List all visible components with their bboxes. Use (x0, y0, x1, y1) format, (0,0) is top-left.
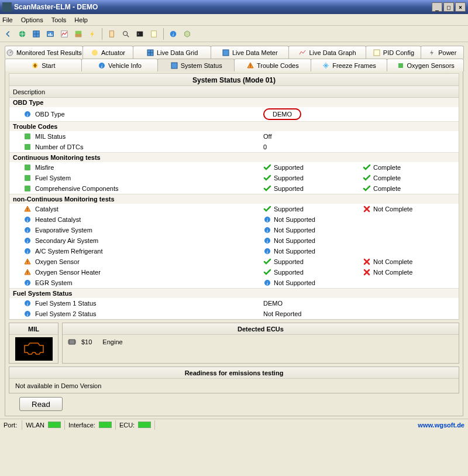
svg-rect-32 (25, 186, 30, 191)
grid-category: non-Continuous Monitoring tests (9, 194, 459, 204)
readiness-panel: Readiness for emissions testing Not avai… (9, 367, 459, 393)
tab-vehicle-info[interactable]: iVehicle Info (81, 59, 159, 71)
grid-category: Continuous Monitoring tests (9, 152, 459, 162)
svg-rect-19 (374, 50, 380, 56)
value-text: DEMO (263, 300, 283, 307)
status-text: Not Supported (274, 237, 315, 244)
tab-system-status[interactable]: System Status (157, 59, 235, 71)
svg-rect-28 (25, 133, 30, 139)
tab-pid-config[interactable]: PID Config (366, 46, 421, 59)
menu-bar: File Options Tools Help (0, 14, 468, 26)
svg-rect-11 (137, 31, 143, 36)
row-name: EGR System (35, 279, 263, 286)
footer-link[interactable]: www.wgsoft.de (418, 422, 464, 429)
search-icon[interactable] (120, 28, 132, 40)
menu-file[interactable]: File (2, 16, 13, 23)
row-name: A/C System Refrigerant (35, 248, 263, 255)
row-name: Fuel System 2 Status (35, 310, 263, 317)
status-text: Not Supported (274, 227, 315, 234)
info-icon: i (23, 299, 32, 307)
complete-icon (363, 174, 371, 182)
globe-icon[interactable] (16, 28, 28, 40)
svg-rect-5 (51, 34, 53, 36)
info-icon[interactable]: i (167, 28, 179, 40)
status-icon (263, 163, 271, 172)
readiness-body: Not available in Demo Version (9, 379, 459, 393)
grid-row-fs2: i Fuel System 2 Status Not Reported (9, 309, 459, 319)
ecu-address: $10 (81, 338, 92, 345)
ecu-led-icon (138, 422, 151, 428)
grid-icon[interactable] (30, 28, 42, 40)
grid-category: Fuel System Status (9, 288, 459, 298)
tab-freeze-frames[interactable]: Freeze Frames (311, 59, 388, 71)
map-icon[interactable] (73, 28, 84, 40)
menu-help[interactable]: Help (74, 16, 88, 23)
close-button[interactable]: × (455, 2, 466, 12)
svg-text:!: ! (250, 64, 251, 68)
svg-rect-31 (25, 175, 30, 181)
tab-start[interactable]: Start (5, 59, 82, 71)
status-icon: i (263, 247, 271, 255)
status-text: Not Supported (274, 216, 315, 223)
clipboard-icon[interactable] (106, 28, 118, 40)
tab-power[interactable]: Power (421, 46, 464, 59)
grid-row-egr: i EGR System iNot Supported (9, 278, 459, 288)
graph-icon[interactable] (58, 28, 70, 40)
svg-point-16 (92, 50, 98, 56)
grid-row-sas: i Secondary Air System iNot Supported (9, 235, 459, 246)
grid-row-ac: i A/C System Refrigerant iNot Supported (9, 246, 459, 256)
status-icon (263, 174, 271, 182)
wlan-led-icon (48, 422, 61, 428)
row-name: OBD Type (35, 111, 263, 118)
svg-rect-3 (49, 34, 50, 36)
info-icon: i (23, 215, 32, 224)
status-grid: OBD Type i OBD Type DEMO Trouble Codes M… (9, 98, 459, 320)
note-icon[interactable] (148, 28, 160, 40)
row-name: Heated Catalyst (35, 216, 263, 223)
status-text: Supported (274, 258, 304, 265)
svg-rect-29 (25, 144, 30, 150)
window-title: ScanMaster-ELM - DEMO (14, 3, 98, 11)
ecu-row: $10 Engine (63, 335, 459, 349)
tab-actuator[interactable]: Actuator (82, 46, 134, 59)
info-icon: i (23, 110, 32, 118)
warning-icon: ! (23, 205, 32, 213)
status-wlan-label: WLAN (26, 422, 44, 429)
tab-trouble-codes[interactable]: !Trouble Codes (234, 59, 311, 71)
tab-monitored-test-results[interactable]: Monitored Test Results (5, 46, 83, 59)
description-header: Description (9, 86, 459, 98)
grid-row-cat: ! Catalyst Supported Not Complete (9, 204, 459, 214)
info-icon: i (23, 237, 32, 245)
warning-icon: ! (23, 268, 32, 276)
tab-live-data-graph[interactable]: Live Data Graph (288, 46, 367, 59)
svg-rect-25 (398, 63, 403, 68)
tab-live-data-meter[interactable]: Live Data Meter (211, 46, 289, 59)
row-name: Evaporative System (35, 227, 263, 234)
grid-row-fs1: i Fuel System 1 Status DEMO (9, 298, 459, 309)
svg-rect-23 (171, 63, 177, 69)
bolt-icon[interactable] (87, 28, 98, 40)
meter-icon[interactable] (44, 28, 56, 40)
minimize-button[interactable]: _ (432, 2, 442, 12)
maximize-button[interactable]: □ (443, 2, 454, 12)
menu-tools[interactable]: Tools (51, 16, 67, 23)
back-icon[interactable] (2, 28, 14, 40)
terminal-icon[interactable] (134, 28, 146, 40)
complete-icon (363, 205, 371, 213)
tab-live-data-grid[interactable]: Live Data Grid (133, 46, 211, 59)
svg-rect-12 (152, 30, 157, 37)
value-text: Off (263, 133, 271, 140)
complete-icon (363, 184, 371, 193)
tab-oxygen-sensors[interactable]: Oxygen Sensors (387, 59, 464, 71)
read-button[interactable]: Read (19, 397, 63, 411)
row-name: Comprehensive Components (35, 185, 263, 192)
info-icon: i (23, 279, 32, 287)
tabs-row-2: Start iVehicle Info System Status !Troub… (5, 59, 463, 71)
title-bar: ScanMaster-ELM - DEMO _ □ × (0, 0, 468, 14)
status-text: Supported (274, 185, 304, 192)
grid-category: Trouble Codes (9, 121, 459, 131)
status-bar: Port: WLAN Interface: ECU: www.wgsoft.de (0, 419, 468, 430)
menu-options[interactable]: Options (21, 16, 43, 23)
grid-row-comp: Comprehensive Components Supported Compl… (9, 183, 459, 194)
cube-icon[interactable] (181, 28, 193, 40)
